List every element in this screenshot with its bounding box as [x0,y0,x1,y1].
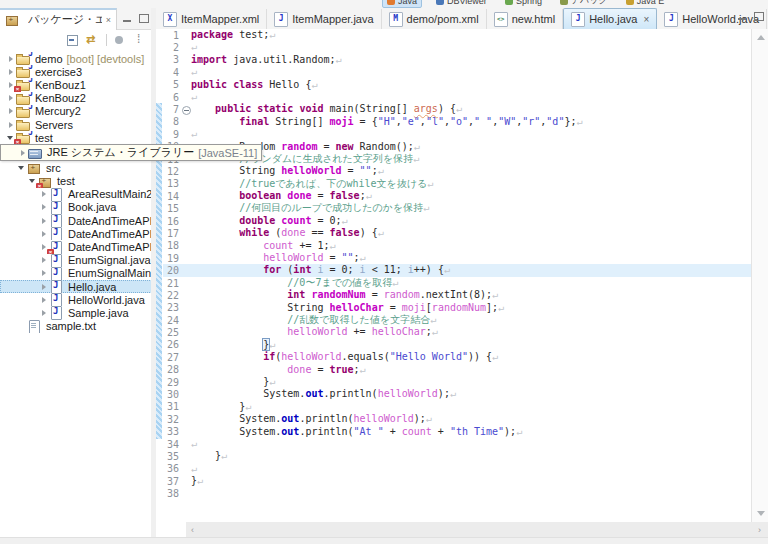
code-line-32: 32 System.out.println(helloWorld);↵ [163,413,752,425]
chevron-collapsed-icon[interactable] [39,202,49,212]
chevron-collapsed-icon[interactable] [39,255,49,265]
tree-item-KenBouz1[interactable]: J×KenBouz1 [0,78,157,91]
jfile-icon: J [49,267,64,280]
minimize-editor-button[interactable] [737,12,748,21]
editor-tab-ItemMapper.xml[interactable]: XItemMapper.xml [156,9,267,29]
code-line-36: 36↵ [163,463,752,475]
code-line-34: 34↵ [163,438,752,450]
code-line-38: 38 [163,487,752,499]
scroll-down-icon[interactable] [757,511,765,516]
view-menu-icon[interactable] [133,33,147,47]
tab-close-icon[interactable]: × [643,14,649,25]
code-text: }↵ [191,401,251,413]
fold-column [182,376,191,388]
tree-item-demo[interactable]: Jdemo[boot] [devtools] [0,52,157,65]
perspective-button-Spring[interactable]: Spring [501,0,546,7]
scroll-left-icon[interactable]: ‹ [191,525,194,535]
fold-column [182,165,191,177]
editor-tab-label: new.html [512,13,555,25]
chevron-expanded-icon[interactable] [17,163,27,173]
line-number: 23 [163,302,182,313]
editor-horizontal-scrollbar[interactable]: ‹ › [186,522,768,537]
tree-item-label: KenBouz1 [35,79,86,91]
maven-file-icon: M [389,12,403,27]
chevron-collapsed-icon[interactable] [6,106,16,116]
fold-column [182,314,191,326]
focus-icon[interactable] [113,33,127,47]
line-number: 33 [163,426,182,437]
chevron-collapsed-icon[interactable] [18,148,28,158]
java-letter-badge: J [53,227,58,237]
tree-item-KenBouz2[interactable]: JKenBouz2 [0,92,157,105]
package-explorer-view-tab[interactable]: パッケージ・エクス... × [0,8,117,30]
project-tree: Jdemo[boot] [devtools]Jexercise3J×KenBou… [0,52,151,333]
code-text: public class Hello {↵ [191,79,317,91]
chevron-collapsed-icon[interactable] [6,67,16,77]
txt-icon [27,320,42,333]
perspective-button-Java E[interactable]: Java E [622,0,669,7]
editor-vertical-scrollbar[interactable] [751,29,768,522]
maximize-view-button[interactable] [138,14,149,23]
minimize-view-button[interactable] [122,14,133,23]
code-editor[interactable]: 1package test;↵2↵3import java.util.Rando… [156,29,752,522]
scroll-up-icon[interactable] [757,35,765,40]
tree-item-JRE-[interactable]: JRE システム・ライブラリー[JavaSE-11] [0,144,262,161]
code-text: System.out.println(helloWorld);↵ [191,413,432,425]
code-line-6: 6↵ [163,91,752,103]
tree-item-label: HelloWorld.java [68,294,145,306]
scroll-right-icon[interactable]: › [758,525,761,535]
chevron-collapsed-icon[interactable] [39,295,49,305]
tree-item-Mercury2[interactable]: JMercury2 [0,105,157,118]
editor-tab-label: demo/pom.xml [407,13,479,25]
fold-column [182,351,191,363]
line-number: 36 [163,463,182,474]
perspective-icon [436,0,444,5]
code-text: ↵ [191,438,197,450]
pkg-icon [27,161,42,174]
editor-tab-new.html[interactable]: <>new.html [487,9,563,29]
code-text: final String[] moji = {"H","e","l","o","… [191,116,582,128]
chevron-collapsed-icon[interactable] [6,54,16,64]
code-line-35: 35 }↵ [163,450,752,462]
collapse-all-icon[interactable] [66,33,80,47]
jproj-icon: J× [16,78,31,91]
chevron-collapsed-icon[interactable] [6,93,16,103]
fold-column [182,277,191,289]
chevron-collapsed-icon[interactable] [39,268,49,278]
editor-tab-label: Hello.java [589,13,637,25]
maximize-editor-button[interactable] [753,12,764,21]
fold-column [182,240,191,252]
chevron-collapsed-icon[interactable] [39,229,49,239]
tree-item-label: test [57,175,75,187]
code-text: }↵ [191,339,275,351]
perspective-button-Java[interactable]: Java [382,0,422,8]
perspective-label: DBViewer [447,0,487,6]
chevron-collapsed-icon[interactable] [6,120,16,130]
editor-tab-Hello.java[interactable]: JHello.java× [563,8,657,29]
fold-column [182,488,191,500]
perspective-button-デバッグ[interactable]: デバッグ [556,0,612,8]
tree-item-Servers[interactable]: Servers [0,118,157,131]
code-line-2: 2↵ [163,41,752,53]
chevron-collapsed-icon[interactable] [39,308,49,318]
tree-item-sample.txt[interactable]: sample.txt [0,320,168,333]
code-text: for (int i = 0; i < 11; i++) {↵ [191,264,450,276]
tree-item-label: demo [35,53,63,65]
tree-item-src[interactable]: src [0,161,168,174]
chevron-collapsed-icon[interactable] [39,282,49,292]
perspective-button-DBViewer[interactable]: DBViewer [432,0,491,7]
jfile-icon: J [49,227,64,240]
tree-item-exercise3[interactable]: Jexercise3 [0,65,157,78]
link-with-editor-icon[interactable] [86,33,100,47]
editor-tab-ItemMapper.java[interactable]: JItemMapper.java [267,9,381,29]
tree-item-test[interactable]: J×test [0,131,157,144]
tree-item-decoration: [boot] [devtools] [67,53,145,65]
chevron-collapsed-icon[interactable] [39,189,49,199]
view-close-icon[interactable]: × [106,15,111,25]
fold-marker-icon[interactable] [182,104,191,116]
tree-item-label: Sample.java [68,307,129,319]
editor-tab-demo-pom.xml[interactable]: Mdemo/pom.xml [382,9,487,29]
code-line-9: 9↵ [163,128,752,140]
chevron-collapsed-icon[interactable] [39,216,49,226]
line-number: 27 [163,352,182,363]
